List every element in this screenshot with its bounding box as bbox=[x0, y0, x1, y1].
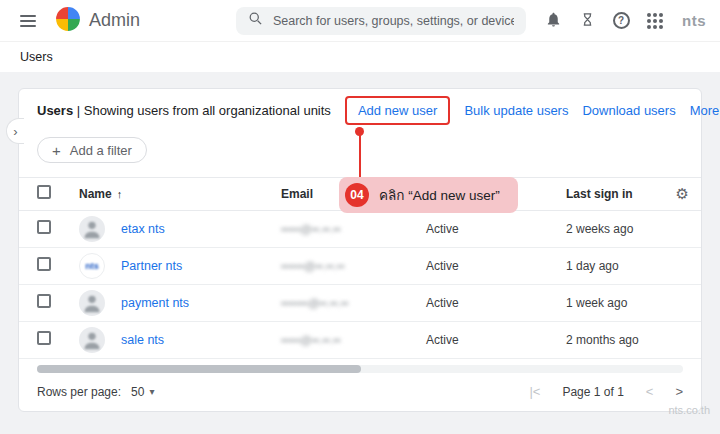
help-icon: ? bbox=[613, 12, 630, 29]
table-row: payment nts •••••••@••.••.•• Active 1 we… bbox=[19, 285, 701, 322]
user-status: Active bbox=[426, 259, 566, 273]
topbar: Admin ? nts bbox=[0, 0, 720, 42]
notifications-button[interactable] bbox=[538, 6, 568, 36]
step-number-badge: 04 bbox=[345, 183, 369, 207]
annotation-text: คลิก “Add new user” bbox=[379, 184, 500, 206]
page-info: Page 1 of 1 bbox=[562, 385, 623, 399]
tasks-button[interactable] bbox=[572, 6, 602, 36]
apps-grid-icon bbox=[647, 13, 663, 29]
pagination: |< Page 1 of 1 < > bbox=[529, 384, 683, 399]
rows-per-page-select[interactable]: 50 ▾ bbox=[131, 385, 154, 399]
scrollbar-thumb[interactable] bbox=[37, 365, 361, 373]
row-checkbox[interactable] bbox=[37, 220, 51, 234]
breadcrumb[interactable]: Users bbox=[20, 50, 53, 64]
name-header-label: Name bbox=[79, 187, 112, 201]
search-input[interactable] bbox=[273, 14, 514, 28]
annotation-callout: 04 คลิก “Add new user” bbox=[339, 177, 518, 213]
search-bar[interactable] bbox=[236, 7, 526, 35]
sort-ascending-icon: ↑ bbox=[117, 188, 123, 200]
select-all-checkbox[interactable] bbox=[37, 185, 51, 199]
user-name-link[interactable]: sale nts bbox=[121, 333, 164, 347]
row-checkbox[interactable] bbox=[37, 331, 51, 345]
users-list-title: Users | Showing users from all organizat… bbox=[37, 103, 331, 118]
more-options-button[interactable]: More options ▼ bbox=[690, 103, 720, 118]
column-header-name[interactable]: Name ↑ bbox=[79, 187, 281, 201]
hourglass-icon bbox=[580, 12, 595, 30]
google-admin-console: Admin ? nts bbox=[0, 0, 720, 434]
plus-icon: + bbox=[52, 143, 61, 158]
users-toolbar: Users | Showing users from all organizat… bbox=[19, 89, 701, 131]
breadcrumb-bar: Users bbox=[0, 42, 720, 72]
user-name-link[interactable]: payment nts bbox=[121, 296, 189, 310]
title-rest: | Showing users from all organizational … bbox=[73, 103, 331, 118]
table-row: sale nts •••••@••.••.•• Active 2 months … bbox=[19, 322, 701, 359]
title-bold: Users bbox=[37, 103, 73, 118]
last-sign-in: 2 months ago bbox=[566, 333, 653, 347]
user-email: •••••@••.••.•• bbox=[281, 223, 426, 235]
row-checkbox[interactable] bbox=[37, 294, 51, 308]
manage-columns-button[interactable]: ⚙ bbox=[676, 185, 689, 203]
row-checkbox[interactable] bbox=[37, 257, 51, 271]
first-page-button[interactable]: |< bbox=[529, 384, 540, 399]
nts-logo-avatar: nts bbox=[79, 253, 105, 279]
help-button[interactable]: ? bbox=[606, 6, 636, 36]
company-logo: nts bbox=[682, 12, 706, 29]
column-header-last-sign-in[interactable]: Last sign in bbox=[566, 187, 653, 201]
rows-per-page-value: 50 bbox=[131, 385, 144, 399]
next-page-button[interactable]: > bbox=[675, 384, 683, 399]
annotation-connector-line bbox=[359, 131, 361, 179]
table-footer: Rows per page: 50 ▾ |< Page 1 of 1 < > bbox=[19, 373, 701, 411]
gear-icon: ⚙ bbox=[676, 185, 689, 202]
search-icon bbox=[248, 11, 263, 30]
user-email: •••••••@••.••.•• bbox=[281, 297, 426, 309]
chevron-right-icon: › bbox=[13, 124, 17, 139]
user-name-link[interactable]: Partner nts bbox=[121, 259, 182, 273]
user-name-link[interactable]: etax nts bbox=[121, 222, 165, 236]
rows-per-page-label: Rows per page: bbox=[37, 385, 121, 399]
main-content: › Users | Showing users from all organiz… bbox=[0, 72, 720, 434]
download-users-button[interactable]: Download users bbox=[582, 103, 675, 118]
users-card: Users | Showing users from all organizat… bbox=[18, 88, 702, 412]
user-status: Active bbox=[426, 296, 566, 310]
last-sign-in: 1 day ago bbox=[566, 259, 653, 273]
avatar bbox=[79, 290, 105, 316]
add-new-user-button[interactable]: Add new user bbox=[345, 96, 451, 125]
previous-page-button[interactable]: < bbox=[646, 384, 654, 399]
horizontal-scrollbar[interactable] bbox=[37, 365, 683, 373]
table-row: etax nts •••••@••.••.•• Active 2 weeks a… bbox=[19, 211, 701, 248]
hamburger-icon bbox=[20, 15, 36, 27]
bell-icon bbox=[545, 11, 562, 31]
topbar-actions: ? nts bbox=[538, 6, 706, 36]
menu-button[interactable] bbox=[14, 6, 43, 36]
add-filter-button[interactable]: + Add a filter bbox=[37, 137, 147, 163]
avatar bbox=[79, 327, 105, 353]
user-status: Active bbox=[426, 333, 566, 347]
table-row: nts Partner nts ••••••@••.••.•• Active 1… bbox=[19, 248, 701, 285]
more-options-label: More options bbox=[690, 103, 720, 118]
user-email: ••••••@••.••.•• bbox=[281, 260, 426, 272]
watermark: nts.co.th bbox=[668, 404, 710, 416]
add-filter-label: Add a filter bbox=[70, 143, 132, 158]
app-title: Admin bbox=[89, 10, 140, 31]
last-sign-in: 2 weeks ago bbox=[566, 222, 653, 236]
chevron-down-icon: ▾ bbox=[149, 386, 154, 397]
side-panel-toggle[interactable]: › bbox=[6, 118, 24, 144]
google-admin-logo-icon bbox=[55, 6, 81, 36]
avatar bbox=[79, 216, 105, 242]
bulk-update-users-button[interactable]: Bulk update users bbox=[464, 103, 568, 118]
user-status: Active bbox=[426, 222, 566, 236]
apps-button[interactable] bbox=[640, 6, 670, 36]
last-sign-in: 1 week ago bbox=[566, 296, 653, 310]
user-email: •••••@••.••.•• bbox=[281, 334, 426, 346]
admin-home-link[interactable]: Admin bbox=[55, 6, 140, 36]
